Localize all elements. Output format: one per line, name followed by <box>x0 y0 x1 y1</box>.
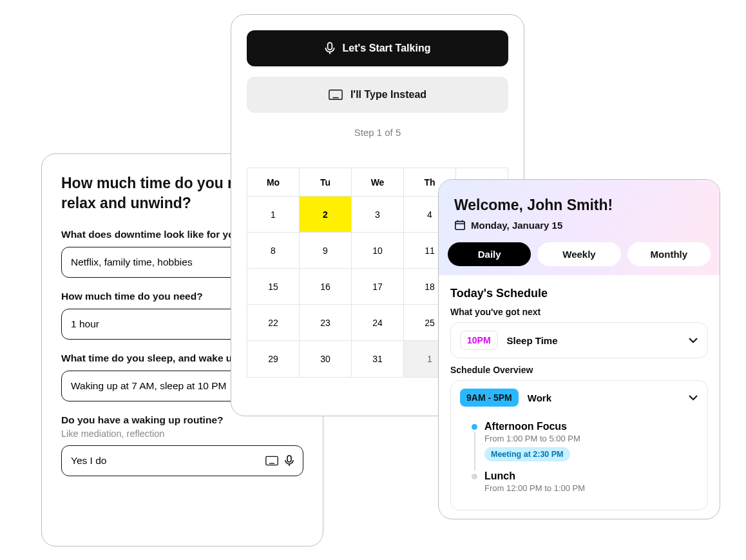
chevron-down-icon <box>688 394 698 401</box>
calendar-day-cell[interactable]: 1 <box>247 197 300 233</box>
calendar-day-cell[interactable]: 29 <box>247 341 300 377</box>
start-talking-button[interactable]: Let's Start Talking <box>247 30 508 66</box>
calendar-day-cell[interactable]: 15 <box>247 269 300 305</box>
calendar-header-cell: Mo <box>247 168 300 197</box>
calendar-day-cell[interactable]: 22 <box>247 305 300 341</box>
calendar-day-cell[interactable]: 9 <box>300 233 352 269</box>
svg-rect-24 <box>327 43 332 50</box>
timeline-item[interactable]: Afternoon Focus From 1:00 PM to 5:00 PM … <box>473 421 698 461</box>
timeline-item[interactable]: Lunch From 12:00 PM to 1:00 PM <box>473 470 698 493</box>
timeline-dot-icon <box>472 474 477 479</box>
keyboard-icon[interactable] <box>265 456 278 466</box>
q4-field[interactable]: Yes I do <box>61 445 303 476</box>
calendar-header-cell: Tu <box>300 168 352 197</box>
q4-sublabel: Like mediation, reflection <box>61 429 303 439</box>
next-label: What you've got next <box>450 307 708 317</box>
next-time: 10PM <box>460 331 498 350</box>
keyboard-icon <box>329 89 343 101</box>
calendar-day-cell[interactable]: 10 <box>352 233 404 269</box>
mic-icon <box>325 42 335 55</box>
step-indicator: Step 1 of 5 <box>247 127 508 138</box>
timeline-dot-icon <box>472 424 477 430</box>
calendar-day-cell[interactable]: 3 <box>352 197 404 233</box>
calendar-icon <box>454 219 466 231</box>
work-time: 9AM - 5PM <box>460 389 519 407</box>
calendar-day-cell[interactable]: 2 <box>300 197 352 233</box>
calendar-day-cell[interactable]: 30 <box>300 341 352 377</box>
tab-weekly[interactable]: Weekly <box>537 242 620 266</box>
calendar-header-cell: We <box>352 168 404 197</box>
view-tabs: Daily Weekly Monthly <box>439 242 720 275</box>
today-schedule-title: Today's Schedule <box>450 287 708 300</box>
start-talking-label: Let's Start Talking <box>343 43 431 54</box>
mic-icon[interactable] <box>285 455 294 467</box>
timeline: Afternoon Focus From 1:00 PM to 5:00 PM … <box>460 421 698 502</box>
tl1-badge: Meeting at 2:30 PM <box>484 447 570 461</box>
type-instead-button[interactable]: I'll Type Instead <box>247 77 508 113</box>
tab-daily[interactable]: Daily <box>448 242 531 266</box>
welcome-text: Welcome, John Smith! <box>454 197 704 214</box>
date-row: Monday, January 15 <box>454 219 704 231</box>
tl1-title: Afternoon Focus <box>484 421 698 432</box>
dashboard-panel: Welcome, John Smith! Monday, January 15 … <box>438 179 720 519</box>
calendar-day-cell[interactable]: 8 <box>247 233 300 269</box>
overview-label: Schedule Overview <box>450 365 708 375</box>
calendar-day-cell[interactable]: 16 <box>300 269 352 305</box>
date-text: Monday, January 15 <box>471 220 562 231</box>
tl2-time: From 12:00 PM to 1:00 PM <box>484 483 698 493</box>
calendar-day-cell[interactable]: 23 <box>300 305 352 341</box>
chevron-down-icon <box>688 337 698 343</box>
work-card[interactable]: 9AM - 5PM Work Afternoon Focus From 1:00… <box>450 380 708 510</box>
tab-monthly[interactable]: Monthly <box>627 242 711 266</box>
next-name: Sleep Time <box>507 335 558 346</box>
calendar-day-cell[interactable]: 31 <box>352 341 404 377</box>
svg-rect-22 <box>287 456 291 462</box>
work-name: Work <box>528 392 551 403</box>
tl2-title: Lunch <box>484 470 698 482</box>
q4-value: Yes I do <box>71 455 265 467</box>
svg-rect-36 <box>455 222 464 230</box>
next-card[interactable]: 10PM Sleep Time <box>450 322 708 358</box>
calendar-day-cell[interactable]: 17 <box>352 269 404 305</box>
tl1-time: From 1:00 PM to 5:00 PM <box>484 434 698 443</box>
type-instead-label: I'll Type Instead <box>350 89 426 101</box>
calendar-day-cell[interactable]: 24 <box>352 305 404 341</box>
